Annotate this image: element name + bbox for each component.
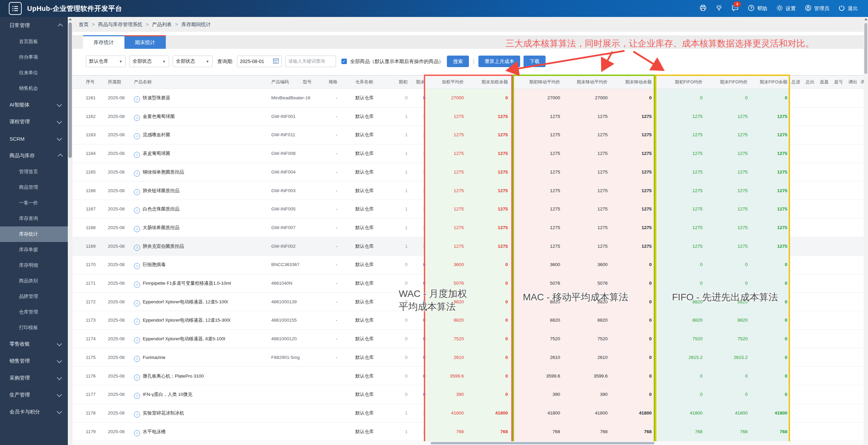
cell-close: 1 bbox=[409, 163, 426, 182]
horizontal-scrollbar-thumb[interactable] bbox=[431, 442, 654, 444]
admin-action[interactable]: 管理员 bbox=[805, 4, 829, 13]
info-icon[interactable]: i bbox=[134, 375, 140, 381]
info-icon[interactable]: i bbox=[134, 170, 140, 177]
vertical-scrollbar[interactable] bbox=[864, 17, 868, 445]
status-select-1-value: 全部状态 bbox=[133, 58, 152, 64]
sidebar-item-库存查询[interactable]: 库存查询 bbox=[0, 211, 68, 226]
info-icon[interactable]: i bbox=[134, 411, 140, 418]
chevron-down-icon bbox=[57, 341, 62, 346]
column-header-no: 序号 bbox=[86, 75, 106, 89]
scroll-up-icon[interactable] bbox=[864, 18, 868, 20]
cell-no: 1174 bbox=[86, 330, 106, 348]
download-button[interactable]: 下载 bbox=[524, 56, 546, 67]
cell-wac_balance: 0 bbox=[471, 330, 508, 348]
breadcrumb-item[interactable]: 商品与库存管理系统 bbox=[98, 21, 142, 28]
cell-period: 2025-08 bbox=[108, 89, 135, 107]
sidebar-item-库存明细[interactable]: 库存明细 bbox=[0, 258, 68, 273]
info-icon[interactable]: i bbox=[134, 245, 140, 251]
sidebar-scrollbar-thumb[interactable] bbox=[68, 22, 72, 158]
breadcrumb-item[interactable]: 首页 bbox=[79, 21, 88, 28]
sidebar-item-一客一价[interactable]: 一客一价 bbox=[0, 195, 68, 211]
sidebar-item-销售机会[interactable]: 销售机会 bbox=[0, 81, 68, 96]
cell-name: i巨细胞病毒 bbox=[134, 256, 270, 274]
cell-fifo_close: 1275 bbox=[707, 144, 748, 163]
info-icon[interactable]: i bbox=[134, 115, 140, 121]
sidebar-section-采购管理[interactable]: 采购管理 bbox=[0, 369, 68, 386]
cell-mac_close: 1275 bbox=[566, 126, 608, 144]
sidebar-item-往来单位[interactable]: 往来单位 bbox=[0, 65, 68, 81]
info-icon[interactable]: i bbox=[134, 207, 140, 214]
column-header-total_out: 总出 bbox=[802, 75, 814, 89]
sidebar-section-课程管理[interactable]: 课程管理 bbox=[0, 113, 68, 130]
column-header-mac_open: 期初移动平均价 bbox=[518, 75, 560, 89]
product-name: IFN-γ蛋白，人类 10微克 bbox=[143, 392, 192, 397]
sidebar-section-会员卡与积分[interactable]: 会员卡与积分 bbox=[0, 403, 68, 420]
info-icon[interactable]: i bbox=[134, 393, 140, 399]
sidebar-section-商品与库存[interactable]: 商品与库存 bbox=[0, 147, 68, 164]
sidebar-item-商品管理[interactable]: 商品管理 bbox=[0, 180, 68, 195]
cell-open: 1 bbox=[387, 404, 408, 423]
sidebar-section-销售管理[interactable]: 销售管理 bbox=[0, 352, 68, 369]
scroll-up-icon[interactable] bbox=[68, 18, 72, 20]
help-action[interactable]: ?帮助 bbox=[748, 4, 767, 13]
sidebar-item-打印模板[interactable]: 打印模板 bbox=[0, 320, 68, 336]
all-goods-checkbox[interactable]: ✓ bbox=[341, 59, 347, 64]
cell-name: iFurimazine bbox=[134, 348, 270, 367]
bulb-action[interactable]: ? bbox=[715, 4, 723, 13]
chat-action[interactable]: 4 bbox=[731, 4, 739, 13]
sidebar-item-管理首页[interactable]: 管理首页 bbox=[0, 164, 68, 180]
info-icon[interactable]: i bbox=[134, 189, 140, 195]
sidebar-section-AI智能体[interactable]: AI智能体 bbox=[0, 96, 68, 113]
horizontal-scrollbar[interactable] bbox=[73, 441, 864, 445]
cell-wac_balance: 1275 bbox=[471, 219, 508, 237]
info-icon[interactable]: i bbox=[134, 226, 140, 232]
sidebar-item-label: 库存统计 bbox=[19, 231, 38, 237]
vertical-scrollbar-thumb[interactable] bbox=[864, 23, 867, 74]
info-icon[interactable]: i bbox=[134, 300, 140, 306]
warehouse-select-value: 默认仓库 bbox=[89, 58, 108, 64]
recalc-last-month-button[interactable]: 重算上月成本 bbox=[478, 56, 520, 67]
cell-wac_balance: 0 bbox=[471, 274, 508, 293]
sidebar-item-库存单据[interactable]: 库存单据 bbox=[0, 242, 68, 258]
printer-action[interactable] bbox=[699, 4, 707, 13]
sidebar-scrollbar[interactable] bbox=[68, 17, 73, 445]
sidebar-section-label: 生产管理 bbox=[9, 392, 30, 398]
sidebar-section-日常管理[interactable]: 日常管理 bbox=[0, 17, 68, 34]
period-date-input[interactable]: 2025-08-01 bbox=[237, 56, 282, 67]
info-icon[interactable]: i bbox=[134, 430, 140, 436]
tab-inventory-stats[interactable]: 库存统计 bbox=[83, 35, 124, 49]
power-action[interactable]: 退出 bbox=[838, 4, 858, 13]
sidebar-item-商品类别[interactable]: 商品类别 bbox=[0, 273, 68, 289]
calendar-icon[interactable] bbox=[273, 58, 279, 65]
info-icon[interactable]: i bbox=[134, 337, 140, 343]
cell-spec: - bbox=[320, 182, 337, 200]
tab-period-end-stats[interactable]: 期末统计 bbox=[124, 35, 166, 49]
info-icon[interactable]: i bbox=[134, 133, 140, 139]
info-icon[interactable]: i bbox=[134, 263, 140, 269]
info-icon[interactable]: i bbox=[134, 356, 140, 362]
warehouse-select[interactable]: 默认仓库 ▼ bbox=[86, 56, 126, 67]
sidebar-item-仓库管理[interactable]: 仓库管理 bbox=[0, 304, 68, 320]
sidebar-section-零售收银[interactable]: 零售收银 bbox=[0, 336, 68, 352]
sidebar-item-库存统计[interactable]: 库存统计 bbox=[0, 226, 68, 242]
search-button[interactable]: 搜索 bbox=[447, 56, 469, 67]
info-icon[interactable]: i bbox=[134, 152, 140, 158]
gear-action[interactable]: 设置 bbox=[776, 4, 796, 13]
breadcrumb-item[interactable]: 产品列表 bbox=[152, 21, 172, 28]
status-select-2[interactable]: 全部状态 ▼ bbox=[173, 56, 213, 67]
cell-period: 2025-08 bbox=[108, 404, 135, 423]
sidebar-section-生产管理[interactable]: 生产管理 bbox=[0, 386, 68, 403]
info-icon[interactable]: i bbox=[134, 96, 140, 102]
sidebar-item-首页面板[interactable]: 首页面板 bbox=[0, 34, 68, 49]
cell-mac_balance: 0 bbox=[613, 348, 652, 367]
status-select-1[interactable]: 全部状态 ▼ bbox=[129, 56, 169, 67]
cell-fifo_open: 1275 bbox=[662, 163, 703, 182]
keyword-search-input[interactable]: 请输入关键词查询 bbox=[285, 56, 336, 67]
sidebar-section-SCRM[interactable]: SCRM bbox=[0, 130, 68, 147]
cell-fifo_close: 1275 bbox=[707, 107, 748, 126]
info-icon[interactable]: i bbox=[134, 319, 140, 325]
info-icon[interactable]: i bbox=[134, 282, 140, 288]
sidebar-item-待办事项[interactable]: 待办事项 bbox=[0, 49, 68, 65]
sidebar-item-品牌管理[interactable]: 品牌管理 bbox=[0, 289, 68, 304]
sidebar-section-label: 课程管理 bbox=[9, 119, 30, 125]
